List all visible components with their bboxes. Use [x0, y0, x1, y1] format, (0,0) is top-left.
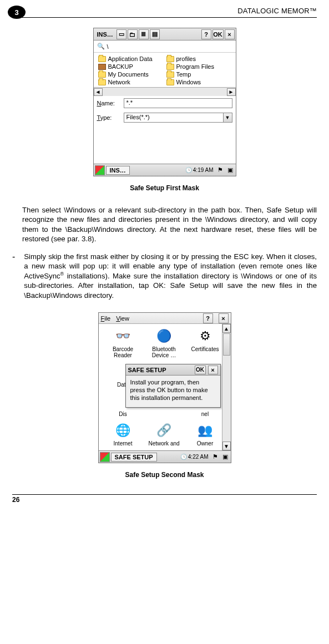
file-item[interactable]: Program Files [166, 63, 235, 70]
vertical-scrollbar[interactable]: ▲ ▼ [222, 324, 231, 450]
ok-button[interactable]: OK [212, 29, 224, 39]
cpl-icon-network[interactable]: 🔗Network and [144, 422, 184, 447]
toolbar-icon[interactable]: 🗀 [128, 29, 138, 39]
file-item[interactable]: Temp [166, 70, 235, 78]
tray-icon: ⚑ [216, 166, 225, 175]
scroll-up-icon[interactable]: ▲ [222, 324, 231, 333]
bullet-text-1: Simply skip the first mask either by clo… [24, 252, 317, 301]
close-button[interactable]: × [225, 29, 235, 39]
toolbar-icon[interactable]: ▤ [150, 29, 160, 39]
scroll-right-icon[interactable]: ► [227, 88, 236, 96]
file-item[interactable]: Application Data [98, 55, 166, 63]
menu-file[interactable]: File [101, 315, 111, 322]
bluetooth-icon: 🔵 [155, 327, 173, 345]
tray-icon: ▣ [226, 166, 235, 175]
screenshot-second-mask: File View ? × 👓Barcode Reader 🔵Bluetooth… [98, 312, 231, 463]
menu-view[interactable]: View [116, 315, 129, 322]
close-button[interactable]: × [219, 313, 229, 323]
folder-icon [166, 72, 174, 78]
file-item[interactable]: My Documents [98, 70, 166, 78]
name-label: Name: [97, 100, 120, 107]
header-divider [12, 17, 317, 18]
page-header-title: DATALOGIC MEMOR™ [237, 7, 317, 15]
file-item[interactable]: Network [98, 78, 166, 86]
dialog-close-button[interactable]: × [208, 366, 218, 374]
folder-icon [98, 72, 106, 78]
name-field[interactable]: *.* [124, 98, 232, 108]
bullet-dash: - [12, 252, 15, 301]
cpl-icon-barcode[interactable]: 👓Barcode Reader [103, 327, 143, 358]
toolbar-icon[interactable]: ▭ [117, 29, 126, 39]
page-number: 26 [12, 494, 317, 504]
cpl-icon-internet[interactable]: 🌐Internet [103, 422, 143, 447]
search-icon: 🔍 [97, 43, 105, 50]
folder-icon [166, 56, 174, 62]
start-button[interactable] [95, 165, 105, 175]
type-field[interactable]: Files(*.*) [124, 113, 224, 123]
scroll-down-icon[interactable]: ▼ [222, 442, 231, 450]
figure-caption-2: Safe Setup Second Mask [12, 471, 317, 479]
cpl-icon-certificates[interactable]: ⚙Certificates [185, 327, 225, 358]
file-item[interactable]: Windows [166, 78, 235, 86]
scroll-left-icon[interactable]: ◄ [94, 88, 103, 96]
folder-icon [98, 79, 106, 85]
start-button[interactable] [100, 452, 110, 462]
body-paragraph-1: Then select \Windows or a relevant sub-d… [12, 205, 317, 244]
help-button[interactable]: ? [203, 313, 213, 323]
window-title: INS… [95, 31, 115, 38]
figure-caption-1: Safe Setup First Mask [12, 184, 317, 192]
tray-icon: ⚑ [211, 453, 220, 462]
dropdown-icon[interactable]: ▼ [224, 113, 232, 123]
taskbar-button[interactable]: INS… [106, 166, 130, 175]
help-button[interactable]: ? [201, 29, 211, 39]
tray-clock: 🕓4:22 AM [179, 454, 210, 460]
cpl-icon-owner[interactable]: 👥Owner [185, 422, 225, 447]
path-text: \ [107, 43, 109, 50]
folder-icon [166, 64, 174, 70]
dialog-ok-button[interactable]: OK [195, 366, 206, 374]
folder-icon [98, 56, 106, 62]
taskbar-button[interactable]: SAFE SETUP [111, 453, 157, 462]
dialog-body: Install your program, then press the OK … [126, 376, 220, 407]
horizontal-scrollbar[interactable]: ◄ ► [94, 87, 236, 96]
tray-clock: 🕓4:19 AM [184, 167, 215, 173]
screenshot-first-mask: INS… ▭ 🗀 ≣ ▤ ? OK × 🔍 \ Application Data… [93, 28, 236, 176]
type-label: Type: [97, 114, 120, 121]
gear-icon: ⚙ [196, 327, 214, 345]
chapter-badge: 3 [8, 6, 26, 19]
folder-icon [166, 79, 174, 85]
scrollbar-thumb[interactable] [223, 333, 230, 356]
globe-icon: 🌐 [114, 422, 132, 439]
dialog-title: SAFE SETUP [128, 367, 166, 373]
glasses-icon: 👓 [114, 327, 132, 345]
toolbar-icon[interactable]: ≣ [139, 29, 149, 39]
network-icon: 🔗 [155, 422, 173, 439]
file-item[interactable]: profiles [166, 55, 235, 63]
safe-setup-dialog: SAFE SETUP OK × Install your program, th… [125, 364, 221, 408]
cpl-icon-bluetooth[interactable]: 🔵Bluetooth Device … [144, 327, 184, 358]
tray-icon: ▣ [221, 453, 230, 462]
people-icon: 👥 [196, 422, 214, 439]
briefcase-icon [98, 64, 106, 70]
file-item[interactable]: BACKUP [98, 63, 166, 70]
